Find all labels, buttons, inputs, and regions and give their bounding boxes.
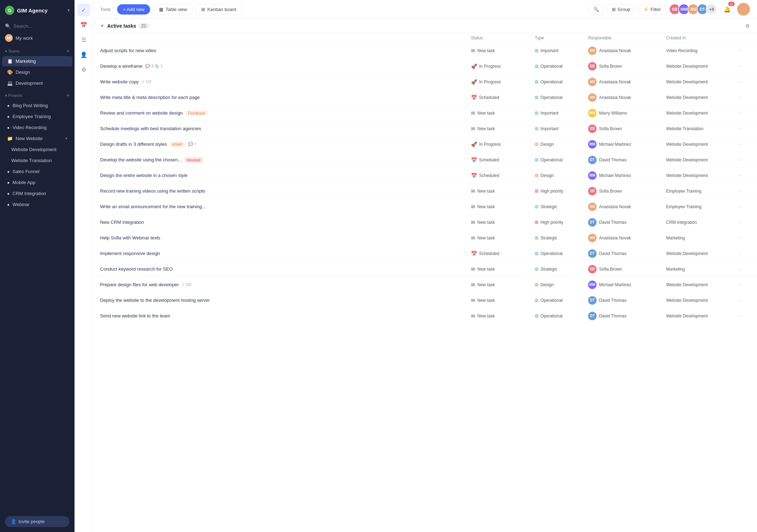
sidebar-item-video-recording[interactable]: ● Video Recording xyxy=(2,122,72,133)
icon-calendar[interactable]: 📅 xyxy=(77,18,90,31)
status-text: In Progress xyxy=(479,79,501,84)
task-row[interactable]: Record new training videos using the wri… xyxy=(93,183,757,199)
sidebar-item-label-design: Design xyxy=(16,70,30,75)
task-row[interactable]: Adjust scripts for new video ✉ New task … xyxy=(93,43,757,59)
created-cell: Employee Training xyxy=(666,204,737,209)
search-icon: 🔍 xyxy=(5,23,11,29)
task-row[interactable]: Develop a wireframe 💬 3 📎 1 🚀 In Progres… xyxy=(93,59,757,74)
section-header: ▼ Active tasks 21 ⚙ xyxy=(93,19,757,33)
resp-avatar: MW xyxy=(588,109,597,117)
responsible-cell: MW Marry Williams xyxy=(588,109,666,117)
type-text: Operational xyxy=(541,95,563,100)
type-dot xyxy=(535,127,538,131)
task-row[interactable]: Prepare design files for web developer ✓… xyxy=(93,277,757,293)
sidebar-item-employee-training[interactable]: ● Employee Training xyxy=(2,111,72,122)
icon-list[interactable]: ☰ xyxy=(77,33,90,46)
sidebar-item-crm-integration[interactable]: ● CRM Integration xyxy=(2,188,72,199)
user-avatar[interactable] xyxy=(737,3,750,16)
task-name: Adjust scripts for new video xyxy=(100,44,471,57)
task-row[interactable]: Design the entire website in a chosen st… xyxy=(93,168,757,183)
task-row[interactable]: Review and comment on website design Fee… xyxy=(93,105,757,121)
sidebar-item-design[interactable]: 🎨 Design xyxy=(2,67,72,77)
sidebar-item-new-website[interactable]: 📁 New Website ▾ xyxy=(2,133,72,144)
add-team-button[interactable]: + xyxy=(66,48,70,54)
task-row[interactable]: Design drafts in 3 different styles ASAP… xyxy=(93,137,757,152)
status-text: New task xyxy=(477,235,495,240)
task-row[interactable]: Schedule meetings with best translation … xyxy=(93,121,757,137)
sidebar-item-website-development[interactable]: Website Development xyxy=(2,144,72,155)
sidebar-item-mobile-app[interactable]: ● Mobile App xyxy=(2,177,72,188)
task-row[interactable]: Deploy the website to the development ho… xyxy=(93,293,757,308)
icon-user[interactable]: 👤 xyxy=(77,48,90,61)
sidebar-item-development[interactable]: 💻 Development xyxy=(2,78,72,88)
status-cell: ✉ New task xyxy=(471,313,535,319)
sidebar-search[interactable]: 🔍 Search... xyxy=(0,21,75,32)
sidebar-item-website-translation[interactable]: Website Translation xyxy=(2,155,72,166)
task-row[interactable]: Help Sofia with Webinar texts ✉ New task… xyxy=(93,230,757,246)
icon-settings[interactable]: ⚙ xyxy=(77,63,90,76)
task-meta: 💬 7 xyxy=(188,142,196,146)
table-view-button[interactable]: ▦ Table view xyxy=(154,4,192,15)
group-button[interactable]: ⊞ Group xyxy=(607,4,635,15)
type-cell: High priority xyxy=(535,189,588,194)
section-settings-icon[interactable]: ⚙ xyxy=(745,23,750,29)
resp-name: Michael Martinez xyxy=(599,282,631,287)
task-row[interactable]: Implement responsive design 📅 Scheduled … xyxy=(93,246,757,261)
status-text: New task xyxy=(477,267,495,272)
sidebar-logo[interactable]: G GIM Agency ▾ xyxy=(0,0,75,21)
add-project-button[interactable]: + xyxy=(66,92,70,99)
row-more: ··· xyxy=(737,188,750,194)
task-name: Send new website link to the team xyxy=(100,310,471,322)
type-text: Important xyxy=(541,48,559,53)
avatar-more[interactable]: +3 xyxy=(706,4,717,15)
sidebar-item-sales-funnel[interactable]: ● Sales Funnel xyxy=(2,166,72,177)
col-status: Status xyxy=(471,35,535,40)
filter-button[interactable]: ⚡ Filter xyxy=(638,4,665,15)
task-meta: ✓ 0/2 xyxy=(182,282,191,287)
type-cell: Important xyxy=(535,48,588,53)
status-icon: ✉ xyxy=(471,298,475,303)
resp-name: Michael Martinez xyxy=(599,173,631,178)
created-cell: Website Development xyxy=(666,142,737,147)
task-row[interactable]: Write an email announcement for the new … xyxy=(93,199,757,215)
kanban-view-button[interactable]: ⊞ Kanban board xyxy=(196,4,242,15)
section-toggle[interactable]: ▼ xyxy=(100,23,104,28)
task-name: Conduct keyword research for SEO xyxy=(100,263,471,275)
responsible-cell: DT David Thomas xyxy=(588,312,666,320)
task-name: Implement responsive design xyxy=(100,247,471,260)
task-row[interactable]: New CRM integration ✉ New task High prio… xyxy=(93,215,757,230)
projects-section: ▾ Projects + xyxy=(0,89,75,100)
responsible-cell: AN Anastasia Novak xyxy=(588,78,666,86)
type-cell: Important xyxy=(535,126,588,131)
task-row[interactable]: Conduct keyword research for SEO ✉ New t… xyxy=(93,261,757,277)
logo-icon: G xyxy=(5,6,14,15)
row-more: ··· xyxy=(737,297,750,304)
task-row[interactable]: Write meta title & meta description for … xyxy=(93,90,757,105)
type-dot xyxy=(535,143,538,146)
sidebar-item-marketing[interactable]: 📋 Marketing xyxy=(2,56,72,66)
icon-tasks[interactable]: ✓ xyxy=(77,4,90,16)
search-button[interactable]: 🔍 xyxy=(589,4,604,15)
task-row[interactable]: Write website copy ✓ 1/3 🚀 In Progress O… xyxy=(93,74,757,90)
sidebar-item-webinar[interactable]: ● Webinar xyxy=(2,199,72,210)
resp-name: Anastasia Novak xyxy=(599,95,631,100)
task-row[interactable]: Send new website link to the team ✉ New … xyxy=(93,308,757,324)
status-cell: ✉ New task xyxy=(471,266,535,272)
task-row[interactable]: Develop the website using the chosen... … xyxy=(93,152,757,168)
status-text: In Progress xyxy=(479,142,501,147)
resp-avatar: MM xyxy=(588,140,597,149)
notification-button[interactable]: 🔔 12 xyxy=(721,3,734,16)
add-new-button[interactable]: + Add new xyxy=(117,4,150,15)
status-cell: ✉ New task xyxy=(471,235,535,241)
status-cell: 🚀 In Progress xyxy=(471,142,535,147)
status-cell: ✉ New task xyxy=(471,298,535,303)
created-cell: CRM integration xyxy=(666,220,737,225)
sidebar-item-blog-post[interactable]: ● Blog Post Writing xyxy=(2,100,72,111)
status-icon: 🚀 xyxy=(471,79,477,85)
invite-people-button[interactable]: 👤 Invite people xyxy=(5,516,70,527)
type-cell: Operational xyxy=(535,314,588,318)
type-dot xyxy=(535,174,538,177)
sidebar-item-label: Website Development xyxy=(11,147,56,152)
sidebar-item-label: Employee Training xyxy=(12,114,51,119)
sidebar-mywork[interactable]: AN My work xyxy=(0,32,75,44)
